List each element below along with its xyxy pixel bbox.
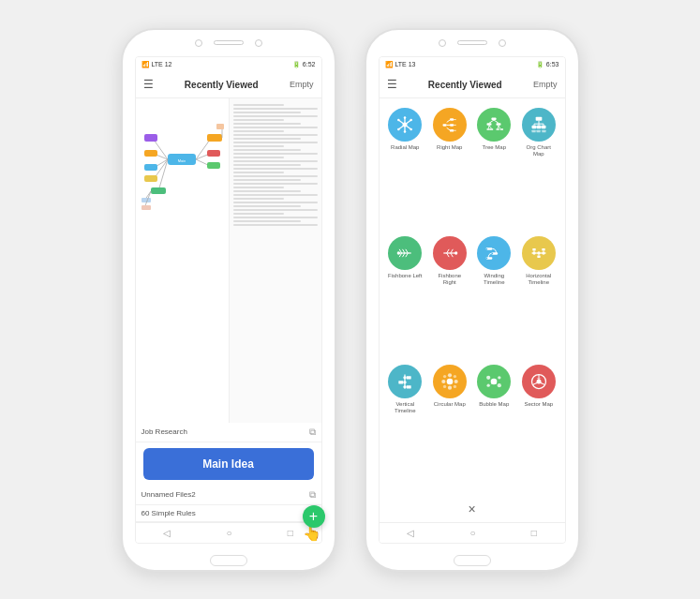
svg-point-91: [486, 257, 488, 259]
svg-rect-19: [151, 187, 166, 194]
back-icon[interactable]: ◁: [163, 528, 171, 538]
doc-lines: [231, 100, 320, 230]
svg-point-121: [487, 384, 490, 387]
speaker-bar-2: [457, 40, 487, 45]
svg-point-117: [454, 385, 456, 388]
template-vertical-timeline[interactable]: Vertical Timeline: [387, 365, 424, 486]
battery-text-2: 🔋 6:53: [536, 61, 559, 68]
file-item-job-research[interactable]: Job Research ⧉: [136, 423, 321, 442]
copy-icon-1: ⧉: [309, 427, 316, 438]
template-radial-map[interactable]: Radial Map: [387, 108, 424, 229]
svg-rect-98: [542, 248, 544, 251]
svg-point-119: [486, 376, 490, 380]
horizontal-timeline-icon[interactable]: [522, 236, 556, 270]
template-fishbone-left[interactable]: Fishbone Left: [387, 236, 424, 357]
winding-timeline-icon[interactable]: [477, 236, 511, 270]
status-right-2: 🔋 6:53: [536, 61, 559, 68]
template-tree-map[interactable]: Tree Map: [476, 108, 514, 229]
svg-rect-13: [144, 164, 157, 171]
empty-button-1[interactable]: Empty: [290, 80, 314, 89]
file-item-unnamed[interactable]: Unnamed Files2 ⧉: [136, 486, 321, 505]
power-button[interactable]: [335, 105, 337, 133]
template-fishbone-right[interactable]: Fishbone Right: [431, 236, 469, 357]
template-bubble-map[interactable]: Bubble Map: [476, 365, 514, 486]
volume-up-button[interactable]: [120, 114, 123, 133]
template-sector-map[interactable]: SEC SEC SEC Sector Map: [520, 365, 558, 486]
doc-line: [233, 153, 318, 155]
template-org-chart[interactable]: Org Chart Map: [520, 108, 558, 229]
bubble-map-icon[interactable]: [477, 365, 511, 398]
file-item-60rules[interactable]: 60 Simple Rules: [136, 505, 321, 522]
svg-text:SEC: SEC: [532, 382, 537, 384]
status-left-2: 📶 LTE 13: [385, 61, 416, 68]
thumbnail-grid: Main: [136, 98, 321, 423]
hamburger-icon-2[interactable]: ☰: [387, 78, 397, 91]
right-map-icon[interactable]: [433, 108, 467, 142]
svg-point-104: [404, 381, 407, 383]
svg-rect-56: [487, 128, 490, 130]
radial-map-icon[interactable]: [388, 108, 422, 142]
status-right-1: 🔋 6:52: [292, 61, 316, 68]
power-button-2[interactable]: [578, 105, 581, 133]
back-icon-2[interactable]: ◁: [407, 528, 414, 538]
home-icon-2[interactable]: ○: [469, 528, 475, 538]
mindmap-thumbnail[interactable]: Main: [136, 98, 230, 423]
vertical-timeline-label: Vertical Timeline: [387, 401, 424, 414]
home-icon[interactable]: ○: [226, 528, 231, 538]
template-winding-timeline[interactable]: Winding Timeline: [476, 236, 514, 357]
doc-line: [233, 202, 318, 203]
tree-map-icon[interactable]: [477, 108, 511, 142]
camera-dot-2: [255, 39, 262, 47]
hamburger-icon[interactable]: ☰: [143, 78, 154, 91]
circular-map-icon[interactable]: [433, 365, 467, 398]
svg-point-122: [498, 383, 501, 387]
doc-line: [233, 194, 318, 196]
svg-point-94: [537, 251, 540, 254]
signal-text-1: 📶 LTE 12: [141, 61, 172, 68]
radial-map-label: Radial Map: [391, 144, 419, 151]
svg-line-49: [494, 120, 499, 123]
doc-line: [233, 115, 318, 117]
volume-button-right[interactable]: [335, 142, 337, 171]
template-grid: Radial Map: [380, 98, 565, 496]
svg-rect-57: [490, 128, 493, 130]
svg-rect-68: [541, 125, 545, 127]
volume-down-button-2[interactable]: [364, 141, 366, 159]
phone-top-bar-2: [366, 30, 578, 56]
svg-rect-67: [536, 125, 541, 127]
recents-icon-2[interactable]: □: [531, 528, 537, 538]
sector-map-icon[interactable]: SEC SEC SEC: [522, 365, 556, 398]
volume-up-button-2[interactable]: [364, 114, 366, 133]
main-idea-button[interactable]: Main Idea: [143, 448, 314, 480]
winding-timeline-label: Winding Timeline: [476, 273, 514, 286]
svg-text:SEC: SEC: [541, 382, 545, 384]
template-horizontal-timeline[interactable]: Horizontal Timeline: [520, 236, 558, 357]
phone-top-bar: [123, 30, 335, 56]
empty-button-2[interactable]: Empty: [533, 80, 558, 89]
svg-line-28: [405, 125, 411, 129]
camera-dot-4: [499, 39, 506, 47]
doc-thumbnail[interactable]: [230, 98, 321, 423]
template-circular-map[interactable]: Circular Map: [431, 365, 469, 486]
fishbone-left-icon[interactable]: [388, 236, 422, 270]
volume-button-right-2[interactable]: [578, 142, 581, 171]
volume-down-button[interactable]: [120, 141, 123, 159]
svg-rect-47: [492, 117, 497, 120]
org-chart-icon[interactable]: [522, 108, 556, 142]
vertical-timeline-icon[interactable]: [388, 365, 422, 398]
svg-rect-51: [497, 123, 501, 126]
home-button-2[interactable]: [454, 555, 491, 566]
home-button-1[interactable]: [210, 555, 247, 566]
svg-point-33: [397, 127, 400, 130]
fishbone-left-label: Fishbone Left: [388, 273, 422, 279]
close-button[interactable]: ×: [380, 496, 565, 522]
phone1-screen: 📶 LTE 12 🔋 6:52 ☰ Recently Viewed Empty: [135, 56, 322, 544]
svg-rect-59: [500, 128, 503, 130]
svg-rect-108: [407, 385, 411, 388]
doc-line: [233, 134, 318, 136]
fab-add-button[interactable]: +: [303, 505, 325, 528]
fishbone-right-icon[interactable]: [433, 236, 467, 270]
recents-icon[interactable]: □: [288, 528, 293, 538]
template-right-map[interactable]: Right Map: [431, 108, 469, 229]
file-list: Main: [136, 98, 321, 522]
